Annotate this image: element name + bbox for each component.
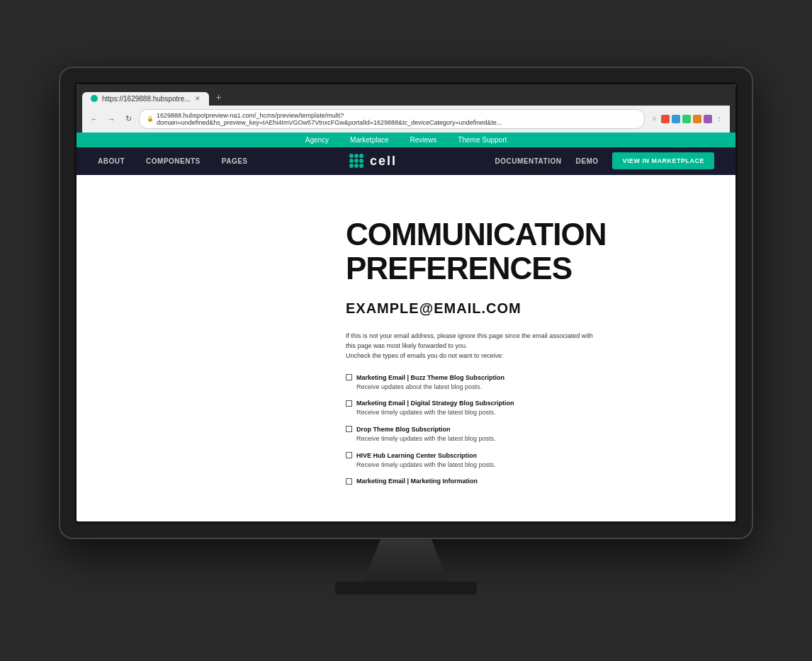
view-marketplace-button[interactable]: VIEW IN MARKETPLACE xyxy=(612,152,714,169)
logo-dots-icon xyxy=(346,150,367,171)
nav-links-left: ABOUT COMPONENTS PAGES xyxy=(98,147,248,175)
subscription-name-2: Marketing Email | Digital Strategy Blog … xyxy=(356,400,514,407)
title-line-2: PREFERENCES xyxy=(346,251,572,286)
subscription-desc-4: Receive timely updates with the latest b… xyxy=(356,461,693,470)
subscription-desc-3: Receive timely updates with the latest b… xyxy=(356,434,693,444)
monitor-body: https://1629888.hubspotre... ✕ + ← → ↻ 🔒… xyxy=(59,67,753,539)
address-url: 1629888.hubspotpreview-na1.com/_hcms/pre… xyxy=(157,112,637,126)
nav-logo[interactable]: cell xyxy=(346,150,397,171)
svg-point-2 xyxy=(359,154,363,158)
nav-pages[interactable]: PAGES xyxy=(222,147,248,175)
svg-point-4 xyxy=(354,159,359,163)
forward-button[interactable]: → xyxy=(105,113,118,125)
svg-point-5 xyxy=(359,159,363,163)
subscription-name-3: Drop Theme Blog Subscription xyxy=(356,426,451,433)
nav-documentation[interactable]: DOCUMENTATION xyxy=(495,147,562,175)
svg-point-0 xyxy=(349,154,354,158)
bookmark-icon[interactable]: ☆ xyxy=(649,114,659,124)
top-bar-theme-support[interactable]: Theme Support xyxy=(458,136,507,144)
screen: https://1629888.hubspotre... ✕ + ← → ↻ 🔒… xyxy=(74,82,738,524)
new-tab-button[interactable]: + xyxy=(210,89,227,106)
subscription-item-5: Marketing Email | Marketing Information xyxy=(346,478,693,485)
extension-icon-2[interactable] xyxy=(672,115,680,123)
svg-point-3 xyxy=(349,159,354,163)
subscription-name-1: Marketing Email | Buzz Theme Blog Subscr… xyxy=(356,374,504,381)
subscription-item-3: Drop Theme Blog Subscription Receive tim… xyxy=(346,426,693,444)
browser-toolbar: ← → ↻ 🔒 1629888.hubspotpreview-na1.com/_… xyxy=(82,106,730,132)
subscription-label-4: HIVE Hub Learning Center Subscription xyxy=(346,452,693,459)
extension-icon-4[interactable] xyxy=(693,115,701,123)
tab-label: https://1629888.hubspotre... xyxy=(102,95,191,103)
subscription-item-1: Marketing Email | Buzz Theme Blog Subscr… xyxy=(346,374,693,392)
subscription-label-2: Marketing Email | Digital Strategy Blog … xyxy=(346,400,693,407)
monitor-base xyxy=(335,582,477,594)
tab-favicon xyxy=(91,95,98,102)
top-bar-marketplace[interactable]: Marketplace xyxy=(350,136,388,144)
svg-point-1 xyxy=(354,154,359,158)
checkbox-1[interactable] xyxy=(346,374,352,380)
tab-close-icon[interactable]: ✕ xyxy=(195,95,201,102)
refresh-button[interactable]: ↻ xyxy=(122,113,135,125)
page-title: COMMUNICATION PREFERENCES xyxy=(346,217,693,286)
svg-point-7 xyxy=(354,164,359,168)
toolbar-icons: ☆ ⋮ xyxy=(649,114,724,124)
site-top-bar: Agency Marketplace Reviews Theme Support xyxy=(77,132,735,147)
lock-icon: 🔒 xyxy=(147,115,154,122)
nav-about[interactable]: ABOUT xyxy=(98,147,125,175)
checkbox-4[interactable] xyxy=(346,452,352,458)
email-display: EXAMPLE@EMAIL.COM xyxy=(346,300,693,317)
subscription-desc-2: Receive timely updates with the latest b… xyxy=(356,408,693,417)
active-tab[interactable]: https://1629888.hubspotre... ✕ xyxy=(82,92,209,106)
top-bar-reviews[interactable]: Reviews xyxy=(410,136,437,144)
logo-text: cell xyxy=(370,154,397,169)
browser-tabs: https://1629888.hubspotre... ✕ + xyxy=(82,89,730,106)
subscription-label-3: Drop Theme Blog Subscription xyxy=(346,426,693,433)
svg-point-8 xyxy=(359,164,363,168)
browser-chrome: https://1629888.hubspotre... ✕ + ← → ↻ 🔒… xyxy=(77,84,735,132)
site-content: COMMUNICATION PREFERENCES EXAMPLE@EMAIL.… xyxy=(77,175,735,521)
svg-point-6 xyxy=(349,164,354,168)
checkbox-2[interactable] xyxy=(346,400,352,407)
menu-icon[interactable]: ⋮ xyxy=(714,114,724,124)
subscription-name-5: Marketing Email | Marketing Information xyxy=(356,478,478,485)
top-bar-agency[interactable]: Agency xyxy=(305,136,329,144)
checkbox-3[interactable] xyxy=(346,426,352,432)
monitor-stand xyxy=(363,539,449,582)
subscription-item-2: Marketing Email | Digital Strategy Blog … xyxy=(346,400,693,417)
nav-links-right: DOCUMENTATION DEMO VIEW IN MARKETPLACE xyxy=(495,147,714,175)
extension-icon-1[interactable] xyxy=(661,115,670,123)
back-button[interactable]: ← xyxy=(88,113,101,125)
address-bar[interactable]: 🔒 1629888.hubspotpreview-na1.com/_hcms/p… xyxy=(139,109,645,129)
subscription-label-5: Marketing Email | Marketing Information xyxy=(346,478,693,485)
nav-demo[interactable]: DEMO xyxy=(575,147,598,175)
subscription-desc-1: Receive updates about the latest blog po… xyxy=(356,383,693,392)
extension-icon-5[interactable] xyxy=(704,115,712,123)
intro-text: If this is not your email address, pleas… xyxy=(346,331,629,361)
monitor-wrapper: https://1629888.hubspotre... ✕ + ← → ↻ 🔒… xyxy=(59,67,753,594)
site-nav: ABOUT COMPONENTS PAGES xyxy=(77,147,735,175)
checkbox-5[interactable] xyxy=(346,478,352,485)
subscription-name-4: HIVE Hub Learning Center Subscription xyxy=(356,452,477,459)
extension-icon-3[interactable] xyxy=(682,115,691,123)
subscription-label-1: Marketing Email | Buzz Theme Blog Subscr… xyxy=(346,374,693,381)
subscription-item-4: HIVE Hub Learning Center Subscription Re… xyxy=(346,452,693,470)
nav-components[interactable]: COMPONENTS xyxy=(146,147,201,175)
title-line-1: COMMUNICATION xyxy=(346,217,606,252)
